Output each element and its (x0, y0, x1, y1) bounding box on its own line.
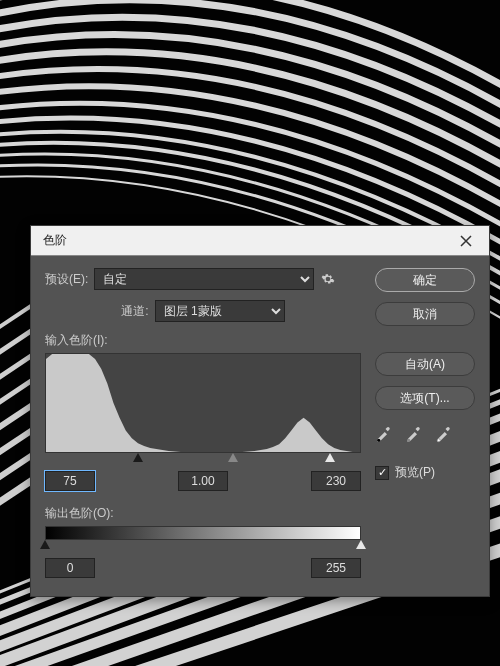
output-levels-label: 输出色阶(O): (45, 505, 361, 522)
dialog-title: 色阶 (37, 232, 449, 249)
preset-select[interactable]: 自定 (94, 268, 314, 290)
close-button[interactable] (449, 230, 483, 252)
input-white-slider[interactable] (325, 453, 335, 462)
output-gradient (45, 526, 361, 540)
auto-button[interactable]: 自动(A) (375, 352, 475, 376)
eyedropper-group (375, 426, 475, 446)
levels-dialog: 色阶 预设(E): 自定 通道: 图层 1蒙版 输入色阶(I): (30, 225, 490, 597)
input-gamma-slider[interactable] (228, 453, 238, 462)
output-white-field[interactable] (311, 558, 361, 578)
svg-point-18 (377, 439, 380, 442)
input-levels-label: 输入色阶(I): (45, 332, 361, 349)
input-white-field[interactable] (311, 471, 361, 491)
preset-menu-icon[interactable] (320, 271, 336, 287)
input-black-slider[interactable] (133, 453, 143, 462)
input-gamma-field[interactable] (178, 471, 228, 491)
options-button[interactable]: 选项(T)... (375, 386, 475, 410)
channel-label: 通道: (121, 303, 148, 320)
dialog-titlebar[interactable]: 色阶 (31, 226, 489, 256)
input-black-field[interactable] (45, 471, 95, 491)
svg-point-19 (407, 439, 410, 442)
channel-select[interactable]: 图层 1蒙版 (155, 300, 285, 322)
output-white-slider[interactable] (356, 540, 366, 549)
cancel-button[interactable]: 取消 (375, 302, 475, 326)
output-black-slider[interactable] (40, 540, 50, 549)
svg-point-20 (437, 439, 440, 442)
output-black-field[interactable] (45, 558, 95, 578)
eyedropper-black-icon[interactable] (375, 426, 395, 446)
histogram (45, 353, 361, 453)
preset-label: 预设(E): (45, 271, 88, 288)
ok-button[interactable]: 确定 (375, 268, 475, 292)
eyedropper-gray-icon[interactable] (405, 426, 425, 446)
input-slider-track[interactable] (45, 453, 361, 465)
output-slider-track[interactable] (45, 540, 361, 552)
preview-label: 预览(P) (395, 464, 435, 481)
eyedropper-white-icon[interactable] (435, 426, 455, 446)
preview-checkbox[interactable]: ✓ (375, 466, 389, 480)
